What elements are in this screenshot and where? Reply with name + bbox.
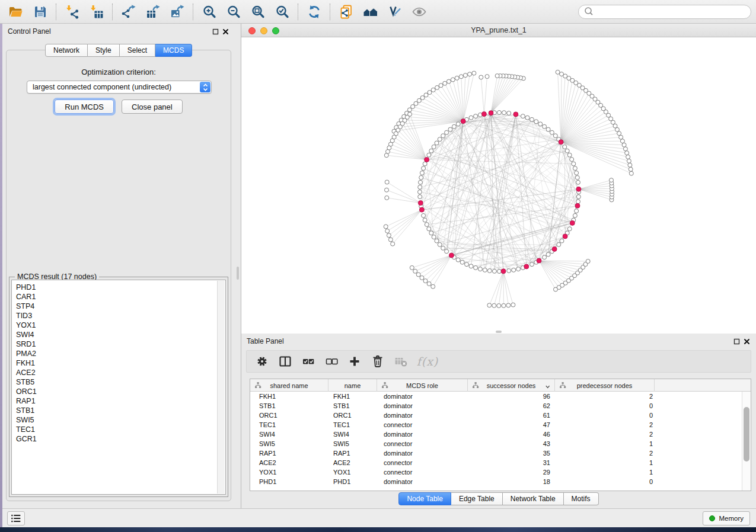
deselect-all-icon[interactable] — [322, 352, 341, 370]
run-mcds-button[interactable]: Run MCDS — [55, 100, 114, 114]
table-row[interactable]: PHD1PHD1dominator180 — [250, 477, 742, 486]
cell-predecessor-nodes: 0 — [555, 412, 655, 419]
close-panel-icon[interactable] — [222, 28, 229, 36]
zoom-out-icon[interactable] — [221, 2, 245, 22]
search-box[interactable] — [578, 5, 751, 19]
splitter-handle[interactable] — [496, 331, 502, 333]
table-row[interactable]: FKH1FKH1dominator962 — [250, 392, 742, 401]
show-panels-button[interactable] — [7, 511, 25, 525]
search-input[interactable] — [596, 7, 746, 17]
mcds-result-list[interactable]: PHD1CAR1STP4TID3YOX1SWI4SRD1PMA2FKH1ACE2… — [11, 280, 226, 495]
delete-column-icon[interactable] — [368, 352, 387, 370]
houses-icon[interactable] — [358, 2, 382, 22]
column-header-shared-name[interactable]: shared name — [250, 379, 328, 392]
tab-edge-table[interactable]: Edge Table — [451, 492, 503, 505]
save-icon[interactable] — [28, 2, 52, 22]
tab-style[interactable]: Style — [88, 44, 120, 57]
close-panel-button[interactable]: Close panel — [122, 100, 183, 114]
column-header-name[interactable]: name — [328, 379, 377, 392]
memory-button[interactable]: Memory — [703, 511, 750, 525]
control-panel-tabs: NetworkStyleSelectMCDS — [45, 44, 192, 57]
tab-select[interactable]: Select — [120, 44, 155, 57]
function-builder-icon[interactable]: f(x) — [414, 352, 441, 370]
cell-shared-name: RAP1 — [250, 450, 328, 457]
mcds-result-item[interactable]: SWI5 — [16, 415, 225, 425]
table-row[interactable]: TEC1TEC1connector472 — [250, 420, 742, 430]
splitter-handle[interactable] — [237, 267, 239, 280]
table-row[interactable]: YOX1YOX1connector291 — [250, 467, 742, 477]
tab-node-table[interactable]: Node Table — [398, 492, 451, 505]
split-view-icon[interactable] — [276, 352, 295, 370]
mcds-result-item[interactable]: SWI4 — [16, 330, 225, 339]
table-row[interactable]: ACE2ACE2connector311 — [250, 458, 742, 467]
node-table: shared namenameMCDS rolesuccessor nodesp… — [250, 379, 751, 491]
mcds-result-item[interactable]: PMA2 — [16, 349, 225, 358]
cell-MCDS-role: connector — [377, 440, 468, 447]
result-list-scrollbar[interactable] — [217, 281, 225, 493]
cell-MCDS-role: dominator — [377, 450, 468, 457]
table-row[interactable]: RAP1RAP1dominator352 — [250, 448, 742, 458]
float-panel-icon[interactable] — [212, 28, 219, 36]
share-document-icon[interactable] — [334, 2, 358, 22]
mcds-result-item[interactable]: FKH1 — [16, 358, 225, 368]
cell-MCDS-role: connector — [377, 469, 468, 476]
mcds-result-item[interactable]: TID3 — [16, 311, 225, 321]
delete-table-icon[interactable] — [391, 352, 410, 370]
column-label: predecessor nodes — [577, 382, 633, 389]
export-network-icon[interactable] — [116, 2, 141, 22]
mcds-result-item[interactable]: GCR1 — [16, 434, 225, 444]
refresh-icon[interactable] — [302, 2, 326, 22]
column-header-filler — [655, 379, 751, 392]
mcds-result-item[interactable]: YOX1 — [16, 321, 225, 330]
zoom-selected-icon[interactable] — [270, 2, 294, 22]
network-canvas[interactable] — [241, 37, 756, 334]
eye-icon[interactable] — [407, 2, 431, 22]
mcds-result-item[interactable]: RAP1 — [16, 396, 225, 406]
visual-style-icon[interactable] — [382, 2, 407, 22]
column-header-MCDS-role[interactable]: MCDS role — [377, 379, 468, 392]
mcds-result-item[interactable]: ORC1 — [16, 387, 225, 396]
import-table-icon[interactable] — [84, 2, 109, 22]
select-all-icon[interactable] — [299, 352, 318, 370]
toolbar-separator — [193, 4, 193, 20]
mcds-result-item[interactable]: CAR1 — [16, 292, 225, 302]
close-panel-icon[interactable] — [743, 338, 751, 345]
folder-open-icon[interactable] — [4, 2, 28, 22]
table-panel: Table Panel f(x) shared namenameMCDS rol… — [241, 334, 756, 508]
table-toolbar: f(x) — [246, 350, 751, 373]
table-row[interactable]: SWI5SWI5connector431 — [250, 439, 742, 448]
scrollbar-thumb[interactable] — [744, 407, 749, 462]
tab-mcds[interactable]: MCDS — [155, 44, 192, 57]
table-row[interactable]: STB1STB1dominator620 — [250, 401, 742, 411]
tab-network-table[interactable]: Network Table — [503, 492, 564, 505]
import-network-icon[interactable] — [60, 2, 84, 22]
float-panel-icon[interactable] — [733, 338, 741, 345]
column-header-successor-nodes[interactable]: successor nodes — [468, 379, 555, 392]
column-header-predecessor-nodes[interactable]: predecessor nodes — [555, 379, 655, 392]
cell-successor-nodes: 62 — [468, 402, 555, 409]
gear-icon[interactable] — [253, 352, 272, 370]
export-image-icon[interactable] — [165, 2, 189, 22]
tab-network[interactable]: Network — [45, 44, 88, 57]
table-scrollbar[interactable] — [742, 392, 751, 491]
mcds-result-item[interactable]: PHD1 — [16, 283, 225, 292]
cell-predecessor-nodes: 2 — [555, 431, 655, 438]
mcds-result-item[interactable]: SRD1 — [16, 339, 225, 349]
criterion-select[interactable]: largest connected component (undirected) — [27, 81, 212, 94]
cell-successor-nodes: 96 — [468, 393, 555, 400]
zoom-fit-icon[interactable] — [245, 2, 270, 22]
mcds-result-item[interactable]: STB1 — [16, 406, 225, 415]
export-table-icon[interactable] — [141, 2, 165, 22]
table-row[interactable]: SWI4SWI4dominator462 — [250, 430, 742, 439]
column-label: MCDS role — [406, 382, 438, 389]
mcds-result-item[interactable]: STB5 — [16, 377, 225, 387]
tab-motifs[interactable]: Motifs — [564, 492, 599, 505]
vertical-splitter[interactable] — [235, 24, 241, 508]
mcds-result-item[interactable]: ACE2 — [16, 368, 225, 377]
mcds-result-item[interactable]: TEC1 — [16, 425, 225, 434]
mcds-result-item[interactable]: STP4 — [16, 302, 225, 311]
table-row[interactable]: ORC1ORC1dominator610 — [250, 411, 742, 420]
add-column-icon[interactable] — [345, 352, 364, 370]
mcds-tab-content: Optimization criterion: largest connecte… — [6, 50, 231, 501]
zoom-in-icon[interactable] — [197, 2, 221, 22]
